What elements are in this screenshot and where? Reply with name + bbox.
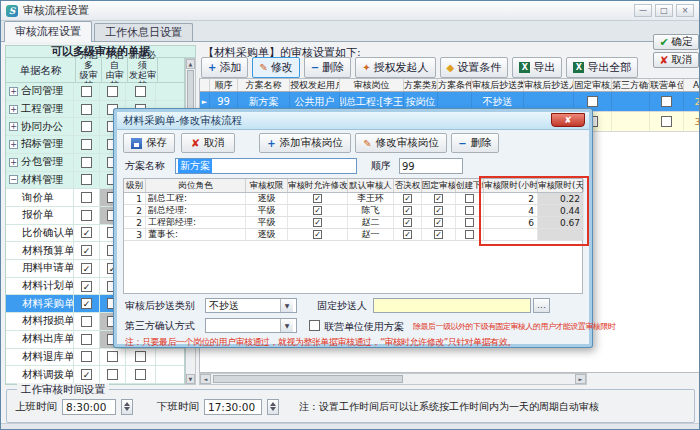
checkbox[interactable]: ✓ (313, 218, 322, 227)
toolbar-button-edit[interactable]: ✎修改 (252, 57, 299, 78)
cancel-button[interactable]: ✘ 取消 (653, 52, 699, 68)
delete-audit-post-button[interactable]: − 删除 (451, 133, 499, 153)
scroll-left-icon[interactable]: ◄ (200, 374, 211, 384)
column-header[interactable]: 否决权 (394, 179, 422, 192)
checkbox[interactable]: ✓ (403, 206, 412, 215)
maximize-icon[interactable]: □ (655, 4, 673, 17)
checkbox[interactable] (465, 218, 474, 227)
close-icon[interactable]: × (676, 4, 694, 17)
checkbox[interactable]: ✓ (403, 194, 412, 203)
toolbar-button-plus[interactable]: +添加 (201, 57, 248, 78)
dialog-title-bar[interactable]: 材料采购单-修改审核流程 (117, 112, 589, 130)
joint-unit-checkbox[interactable] (309, 320, 320, 331)
toolbar-button-minus[interactable]: −删除 (304, 57, 351, 78)
add-audit-post-button[interactable]: + 添加审核岗位 (259, 133, 351, 153)
column-header[interactable]: 岗位角色 (146, 179, 246, 192)
browse-icon[interactable]: … (533, 298, 550, 313)
toolbar-button-excel[interactable]: X导出全部 (566, 57, 638, 78)
tree-expand-icon[interactable]: − (9, 175, 18, 184)
dialog-close-icon[interactable]: ✘ (551, 113, 585, 127)
checkbox[interactable] (135, 369, 146, 380)
checkbox[interactable]: ✓ (313, 194, 322, 203)
column-header[interactable]: 方案类别 (404, 79, 438, 91)
checkbox[interactable] (81, 334, 92, 345)
column-header[interactable]: 方案名称 (238, 79, 290, 91)
checkbox[interactable] (81, 210, 92, 221)
scroll-down-icon[interactable]: ▼ (186, 374, 195, 384)
save-button[interactable]: 保存 (123, 133, 175, 153)
end-time-spinner[interactable] (267, 399, 279, 415)
column-header[interactable]: 审核权限 (246, 179, 288, 192)
checkbox[interactable] (135, 351, 146, 362)
column-header[interactable]: 审核后抄送类别 (472, 79, 524, 91)
checkbox[interactable]: ✓ (81, 298, 92, 309)
checkbox[interactable]: ✓ (434, 194, 443, 203)
column-header[interactable]: 审核时允许修改 (288, 179, 348, 192)
column-header[interactable]: 授权发起用户 (290, 79, 340, 91)
checkbox[interactable] (81, 157, 92, 168)
column-header[interactable]: 审核后抄送人 (524, 79, 574, 91)
column-header[interactable]: 顺序 (210, 79, 238, 91)
start-time-input[interactable]: 8:30:00 (62, 399, 116, 415)
tree-row[interactable]: 材料调拨单✓ (6, 366, 184, 384)
column-header[interactable]: 默认审核人 (348, 179, 394, 192)
column-header[interactable]: 审核限时(天) (538, 179, 584, 192)
tree-expand-icon[interactable]: + (9, 158, 18, 167)
checkbox[interactable]: ✓ (81, 281, 92, 292)
checkbox[interactable]: ✓ (434, 206, 443, 215)
tree-expand-icon[interactable]: + (9, 87, 18, 96)
checkbox[interactable] (465, 194, 474, 203)
checkbox[interactable] (107, 86, 118, 97)
checkbox[interactable] (81, 139, 92, 150)
tree-expand-icon[interactable]: + (9, 140, 18, 149)
tree-row[interactable]: +合同管理 (6, 83, 184, 101)
checkbox[interactable] (81, 316, 92, 327)
checkbox[interactable]: ✓ (81, 263, 92, 274)
ok-button[interactable]: ✔ 确定 (653, 34, 699, 50)
checkbox[interactable] (135, 86, 146, 97)
tab-audit-flow[interactable]: 审核流程设置 (4, 21, 92, 42)
grid-row[interactable]: 3董事长:逐级✓赵一✓✓ (124, 229, 582, 241)
checkbox[interactable] (81, 121, 92, 132)
column-header[interactable]: 方案条件 (438, 79, 472, 91)
scheme-name-input[interactable]: 新方案 (175, 158, 357, 174)
end-time-input[interactable]: 17:30:00 (204, 399, 262, 415)
tree-expand-icon[interactable]: + (9, 122, 18, 131)
column-header[interactable]: 固定审核人 (422, 179, 456, 192)
checkbox[interactable] (107, 351, 118, 362)
column-header[interactable]: 固定审核人 (574, 79, 612, 91)
scroll-right-icon[interactable]: ► (575, 374, 586, 384)
scroll-up-icon[interactable]: ▲ (186, 59, 195, 69)
grid-row[interactable]: 2工程部经理:平级✓赵二✓✓60.67 (124, 217, 582, 229)
column-header[interactable]: 第三方确认 (612, 79, 650, 91)
scrollbar-thumb[interactable] (213, 375, 403, 383)
column-header[interactable]: 审核限时(小时) (484, 179, 538, 192)
toolbar-button-key[interactable]: ✦授权发起人 (355, 57, 435, 78)
checkbox[interactable] (81, 351, 92, 362)
tree-expand-icon[interactable]: + (9, 105, 18, 114)
checkbox[interactable]: ✓ (403, 230, 412, 239)
checkbox[interactable]: ✓ (81, 369, 92, 380)
checkbox[interactable]: ✓ (434, 218, 443, 227)
checkbox[interactable] (81, 192, 92, 203)
order-input[interactable]: 99 (399, 158, 463, 174)
checkbox[interactable] (587, 96, 598, 107)
dialog-cancel-button[interactable]: ✘ 取消 (181, 133, 235, 153)
checkbox[interactable]: ✓ (313, 230, 322, 239)
toolbar-button-filter[interactable]: ◆设置条件 (440, 57, 509, 78)
third-party-select[interactable]: ▼ (205, 318, 297, 333)
start-time-spinner[interactable] (121, 399, 133, 415)
checkbox[interactable] (465, 230, 474, 239)
checkbox[interactable] (81, 104, 92, 115)
toolbar-button-excel[interactable]: X导出 (512, 57, 562, 78)
tree-row[interactable]: 材料退库单 (6, 349, 184, 367)
right-table-horizontal-scrollbar[interactable]: ◄ ► (199, 373, 587, 385)
checkbox[interactable]: ✓ (81, 227, 92, 238)
edit-audit-post-button[interactable]: ✎ 修改审核岗位 (355, 133, 447, 153)
checkbox[interactable] (661, 96, 672, 107)
column-header[interactable]: 级别 (124, 179, 146, 192)
copy-type-select[interactable]: 不抄送 ▼ (205, 298, 297, 313)
checkbox[interactable] (81, 174, 92, 185)
column-header[interactable]: 联营单位方案 (650, 79, 684, 91)
checkbox[interactable] (81, 86, 92, 97)
